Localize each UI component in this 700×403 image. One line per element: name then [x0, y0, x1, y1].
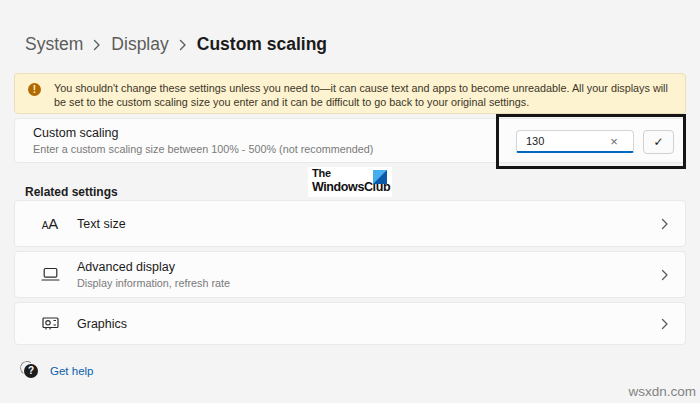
- site-watermark: wsxdn.com: [628, 384, 696, 399]
- breadcrumb-display[interactable]: Display: [111, 34, 168, 55]
- warning-icon: !: [28, 83, 41, 96]
- row-label: Text size: [77, 217, 126, 231]
- custom-scaling-input-wrap: ×: [516, 130, 634, 153]
- windowsclub-watermark: The WindowsClub: [308, 167, 392, 197]
- row-text-size[interactable]: AA Text size: [14, 200, 686, 247]
- row-subtitle: Display information, refresh rate: [77, 277, 230, 289]
- help-icon: ?: [24, 364, 38, 378]
- windowsclub-logo-icon: [373, 170, 387, 184]
- chevron-right-icon: [93, 39, 101, 51]
- chevron-right-icon: [661, 268, 669, 281]
- confirm-scaling-button[interactable]: ✓: [643, 130, 674, 154]
- chevron-right-icon: [661, 217, 669, 230]
- chevron-right-icon: [661, 317, 669, 330]
- custom-scaling-input[interactable]: [517, 131, 603, 151]
- breadcrumb-system[interactable]: System: [25, 34, 83, 55]
- page-title: Custom scaling: [197, 34, 327, 55]
- warning-banner: ! You shouldn't change these settings un…: [14, 73, 686, 114]
- row-advanced-display[interactable]: Advanced display Display information, re…: [14, 251, 686, 298]
- warning-text: You shouldn't change these settings unle…: [54, 80, 671, 109]
- text-size-icon: AA: [37, 215, 63, 232]
- related-settings-header: Related settings: [25, 185, 118, 199]
- clear-input-icon[interactable]: ×: [603, 135, 625, 148]
- graphics-icon: [37, 316, 63, 331]
- get-help-link[interactable]: ? Get help: [24, 364, 93, 378]
- breadcrumb: System Display Custom scaling: [25, 34, 327, 55]
- settings-window: System Display Custom scaling ! You shou…: [0, 0, 700, 403]
- row-graphics[interactable]: Graphics: [14, 302, 686, 345]
- row-label: Advanced display: [77, 260, 230, 274]
- row-label: Graphics: [77, 317, 127, 331]
- chevron-right-icon: [179, 39, 187, 51]
- advanced-display-icon: [37, 267, 63, 282]
- get-help-label: Get help: [50, 365, 93, 377]
